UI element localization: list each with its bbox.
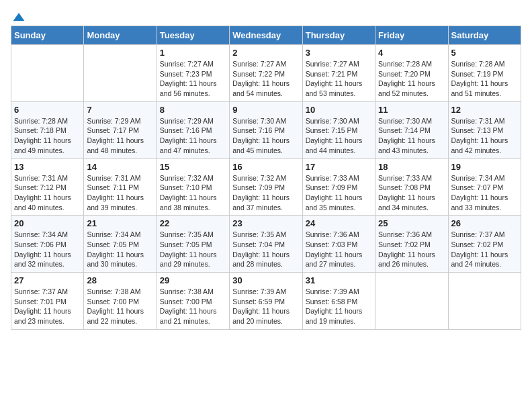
day-number: 25	[378, 218, 445, 228]
calendar-cell: 29Sunrise: 7:38 AMSunset: 7:00 PMDayligh…	[157, 273, 229, 330]
day-info: Sunrise: 7:39 AMSunset: 6:59 PMDaylight:…	[232, 287, 299, 326]
calendar-week-row: 27Sunrise: 7:37 AMSunset: 7:01 PMDayligh…	[11, 273, 521, 330]
logo-icon	[12, 11, 26, 24]
day-info: Sunrise: 7:35 AMSunset: 7:04 PMDaylight:…	[232, 230, 299, 269]
day-number: 16	[232, 162, 299, 172]
calendar-cell: 6Sunrise: 7:28 AMSunset: 7:18 PMDaylight…	[11, 101, 84, 158]
day-info: Sunrise: 7:38 AMSunset: 7:00 PMDaylight:…	[87, 287, 153, 326]
calendar-cell: 3Sunrise: 7:27 AMSunset: 7:21 PMDaylight…	[302, 45, 375, 102]
calendar-cell: 26Sunrise: 7:37 AMSunset: 7:02 PMDayligh…	[448, 216, 521, 273]
day-info: Sunrise: 7:31 AMSunset: 7:11 PMDaylight:…	[87, 173, 153, 213]
calendar-cell: 27Sunrise: 7:37 AMSunset: 7:01 PMDayligh…	[11, 273, 84, 330]
day-number: 12	[451, 105, 518, 115]
calendar-cell: 15Sunrise: 7:32 AMSunset: 7:10 PMDayligh…	[157, 158, 229, 216]
day-info: Sunrise: 7:36 AMSunset: 7:02 PMDaylight:…	[378, 230, 445, 269]
day-info: Sunrise: 7:31 AMSunset: 7:12 PMDaylight:…	[14, 173, 81, 213]
day-info: Sunrise: 7:34 AMSunset: 7:06 PMDaylight:…	[14, 230, 81, 269]
calendar-cell: 10Sunrise: 7:30 AMSunset: 7:15 PMDayligh…	[302, 101, 375, 158]
day-info: Sunrise: 7:27 AMSunset: 7:22 PMDaylight:…	[232, 59, 299, 99]
calendar-cell: 30Sunrise: 7:39 AMSunset: 6:59 PMDayligh…	[230, 273, 302, 330]
calendar-cell: 20Sunrise: 7:34 AMSunset: 7:06 PMDayligh…	[11, 216, 84, 273]
calendar-cell: 19Sunrise: 7:34 AMSunset: 7:07 PMDayligh…	[448, 158, 521, 216]
day-of-week-header: Monday	[84, 26, 157, 45]
calendar-cell: 12Sunrise: 7:31 AMSunset: 7:13 PMDayligh…	[448, 101, 521, 158]
day-info: Sunrise: 7:32 AMSunset: 7:09 PMDaylight:…	[232, 173, 299, 213]
day-of-week-header: Thursday	[302, 26, 375, 45]
calendar-cell: 17Sunrise: 7:33 AMSunset: 7:09 PMDayligh…	[302, 158, 375, 216]
day-info: Sunrise: 7:27 AMSunset: 7:21 PMDaylight:…	[306, 59, 372, 99]
day-number: 17	[306, 162, 372, 172]
day-number: 21	[87, 218, 153, 228]
page-header	[11, 11, 521, 20]
day-number: 4	[378, 48, 445, 58]
calendar-cell: 11Sunrise: 7:30 AMSunset: 7:14 PMDayligh…	[375, 101, 448, 158]
day-of-week-header: Wednesday	[230, 26, 302, 45]
calendar-cell	[84, 45, 157, 102]
day-number: 28	[87, 275, 153, 285]
calendar-cell: 7Sunrise: 7:29 AMSunset: 7:17 PMDaylight…	[84, 101, 157, 158]
calendar-week-row: 1Sunrise: 7:27 AMSunset: 7:23 PMDaylight…	[11, 45, 521, 102]
day-info: Sunrise: 7:27 AMSunset: 7:23 PMDaylight:…	[160, 59, 226, 99]
day-number: 9	[232, 105, 299, 115]
calendar-cell: 25Sunrise: 7:36 AMSunset: 7:02 PMDayligh…	[375, 216, 448, 273]
day-info: Sunrise: 7:30 AMSunset: 7:16 PMDaylight:…	[232, 116, 299, 156]
day-info: Sunrise: 7:32 AMSunset: 7:10 PMDaylight:…	[160, 173, 226, 213]
calendar-cell: 4Sunrise: 7:28 AMSunset: 7:20 PMDaylight…	[375, 45, 448, 102]
day-number: 23	[232, 218, 299, 228]
calendar-cell: 14Sunrise: 7:31 AMSunset: 7:11 PMDayligh…	[84, 158, 157, 216]
day-info: Sunrise: 7:38 AMSunset: 7:00 PMDaylight:…	[160, 287, 226, 326]
calendar-cell: 13Sunrise: 7:31 AMSunset: 7:12 PMDayligh…	[11, 158, 84, 216]
day-info: Sunrise: 7:29 AMSunset: 7:17 PMDaylight:…	[87, 116, 153, 156]
day-of-week-header: Sunday	[11, 26, 84, 45]
day-info: Sunrise: 7:37 AMSunset: 7:02 PMDaylight:…	[451, 230, 518, 269]
day-number: 5	[451, 48, 518, 58]
calendar-cell: 8Sunrise: 7:29 AMSunset: 7:16 PMDaylight…	[157, 101, 229, 158]
day-info: Sunrise: 7:39 AMSunset: 6:58 PMDaylight:…	[306, 287, 372, 326]
day-number: 15	[160, 162, 226, 172]
day-number: 20	[14, 218, 81, 228]
calendar-cell: 23Sunrise: 7:35 AMSunset: 7:04 PMDayligh…	[230, 216, 302, 273]
svg-marker-0	[13, 13, 25, 21]
day-number: 24	[306, 218, 372, 228]
day-info: Sunrise: 7:30 AMSunset: 7:14 PMDaylight:…	[378, 116, 445, 156]
day-of-week-header: Friday	[375, 26, 448, 45]
calendar-cell	[448, 273, 521, 330]
day-number: 14	[87, 162, 153, 172]
calendar-week-row: 13Sunrise: 7:31 AMSunset: 7:12 PMDayligh…	[11, 158, 521, 216]
day-number: 1	[160, 48, 226, 58]
calendar-cell: 16Sunrise: 7:32 AMSunset: 7:09 PMDayligh…	[230, 158, 302, 216]
day-number: 22	[160, 218, 226, 228]
day-number: 2	[232, 48, 299, 58]
day-info: Sunrise: 7:34 AMSunset: 7:05 PMDaylight:…	[87, 230, 153, 269]
calendar-cell: 9Sunrise: 7:30 AMSunset: 7:16 PMDaylight…	[230, 101, 302, 158]
day-info: Sunrise: 7:28 AMSunset: 7:20 PMDaylight:…	[378, 59, 445, 99]
calendar-week-row: 6Sunrise: 7:28 AMSunset: 7:18 PMDaylight…	[11, 101, 521, 158]
day-info: Sunrise: 7:28 AMSunset: 7:18 PMDaylight:…	[14, 116, 81, 156]
day-number: 18	[378, 162, 445, 172]
day-info: Sunrise: 7:37 AMSunset: 7:01 PMDaylight:…	[14, 287, 81, 326]
day-of-week-header: Saturday	[448, 26, 521, 45]
day-info: Sunrise: 7:33 AMSunset: 7:08 PMDaylight:…	[378, 173, 445, 213]
calendar-cell	[11, 45, 84, 102]
day-number: 6	[14, 105, 81, 115]
day-number: 8	[160, 105, 226, 115]
day-info: Sunrise: 7:33 AMSunset: 7:09 PMDaylight:…	[306, 173, 372, 213]
day-number: 31	[306, 275, 372, 285]
calendar-week-row: 20Sunrise: 7:34 AMSunset: 7:06 PMDayligh…	[11, 216, 521, 273]
calendar-cell: 1Sunrise: 7:27 AMSunset: 7:23 PMDaylight…	[157, 45, 229, 102]
calendar-cell: 31Sunrise: 7:39 AMSunset: 6:58 PMDayligh…	[302, 273, 375, 330]
day-info: Sunrise: 7:35 AMSunset: 7:05 PMDaylight:…	[160, 230, 226, 269]
day-number: 26	[451, 218, 518, 228]
day-info: Sunrise: 7:28 AMSunset: 7:19 PMDaylight:…	[451, 59, 518, 99]
day-number: 19	[451, 162, 518, 172]
day-number: 30	[232, 275, 299, 285]
calendar-table: SundayMondayTuesdayWednesdayThursdayFrid…	[11, 26, 521, 330]
logo	[11, 11, 26, 20]
day-number: 27	[14, 275, 81, 285]
day-info: Sunrise: 7:36 AMSunset: 7:03 PMDaylight:…	[306, 230, 372, 269]
calendar-cell: 21Sunrise: 7:34 AMSunset: 7:05 PMDayligh…	[84, 216, 157, 273]
calendar-cell: 18Sunrise: 7:33 AMSunset: 7:08 PMDayligh…	[375, 158, 448, 216]
day-number: 7	[87, 105, 153, 115]
day-number: 13	[14, 162, 81, 172]
day-info: Sunrise: 7:34 AMSunset: 7:07 PMDaylight:…	[451, 173, 518, 213]
